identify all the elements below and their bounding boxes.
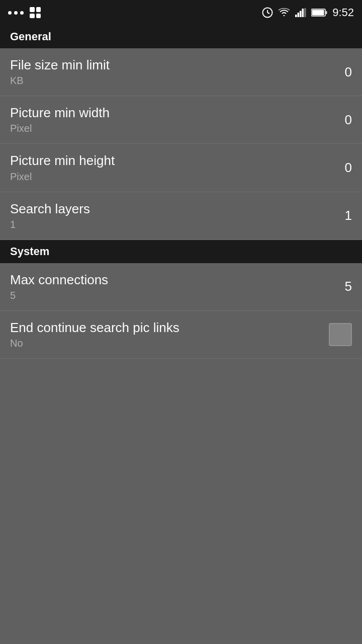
section-header-system: System bbox=[0, 240, 362, 263]
picture-min-width-value: 0 bbox=[337, 112, 352, 128]
max-connections-row[interactable]: Max connections 5 5 bbox=[0, 263, 362, 311]
end-continue-search-checkbox[interactable] bbox=[329, 323, 352, 346]
end-continue-search-row[interactable]: End continue search pic links No bbox=[0, 311, 362, 359]
file-size-min-limit-subtitle: KB bbox=[10, 75, 337, 87]
end-continue-search-subtitle: No bbox=[10, 338, 329, 349]
picture-min-height-info: Picture min height Pixel bbox=[10, 153, 337, 182]
general-title: General bbox=[10, 30, 51, 43]
svg-rect-10 bbox=[312, 10, 324, 16]
svg-rect-3 bbox=[295, 15, 297, 17]
picture-min-height-subtitle: Pixel bbox=[10, 171, 337, 183]
max-connections-value: 5 bbox=[337, 279, 352, 294]
status-dots bbox=[8, 11, 24, 15]
search-layers-subtitle: 1 bbox=[10, 219, 337, 230]
picture-min-width-row[interactable]: Picture min width Pixel 0 bbox=[0, 96, 362, 144]
picture-min-width-title: Picture min width bbox=[10, 105, 337, 121]
svg-rect-5 bbox=[300, 11, 302, 18]
status-bar: 9:52 bbox=[0, 0, 362, 25]
file-size-min-limit-title: File size min limit bbox=[10, 57, 337, 73]
search-layers-row[interactable]: Search layers 1 1 bbox=[0, 192, 362, 240]
file-size-min-limit-row[interactable]: File size min limit KB 0 bbox=[0, 48, 362, 96]
svg-rect-6 bbox=[302, 9, 304, 17]
picture-min-height-row[interactable]: Picture min height Pixel 0 bbox=[0, 144, 362, 192]
picture-min-width-info: Picture min width Pixel bbox=[10, 105, 337, 134]
search-layers-value: 1 bbox=[337, 208, 352, 223]
section-header-general: General bbox=[0, 25, 362, 48]
end-continue-search-info: End continue search pic links No bbox=[10, 320, 329, 349]
clock-icon bbox=[262, 7, 273, 18]
status-time: 9:52 bbox=[332, 6, 354, 19]
svg-rect-7 bbox=[304, 8, 306, 17]
end-continue-search-title: End continue search pic links bbox=[10, 320, 329, 336]
search-layers-title: Search layers bbox=[10, 201, 337, 217]
max-connections-title: Max connections bbox=[10, 272, 337, 288]
svg-line-2 bbox=[267, 13, 269, 14]
picture-min-width-subtitle: Pixel bbox=[10, 123, 337, 134]
svg-rect-4 bbox=[298, 13, 300, 17]
signal-icon bbox=[295, 8, 306, 17]
file-size-min-limit-info: File size min limit KB bbox=[10, 57, 337, 87]
file-size-min-limit-value: 0 bbox=[337, 64, 352, 80]
search-layers-info: Search layers 1 bbox=[10, 201, 337, 230]
status-left bbox=[8, 7, 41, 18]
max-connections-subtitle: 5 bbox=[10, 290, 337, 301]
system-title: System bbox=[10, 245, 49, 258]
status-right: 9:52 bbox=[262, 6, 354, 19]
wifi-icon bbox=[278, 8, 290, 17]
battery-icon bbox=[311, 8, 327, 17]
svg-rect-9 bbox=[326, 11, 327, 14]
status-grid-icon bbox=[30, 7, 41, 18]
picture-min-height-value: 0 bbox=[337, 160, 352, 176]
max-connections-info: Max connections 5 bbox=[10, 272, 337, 301]
picture-min-height-title: Picture min height bbox=[10, 153, 337, 169]
